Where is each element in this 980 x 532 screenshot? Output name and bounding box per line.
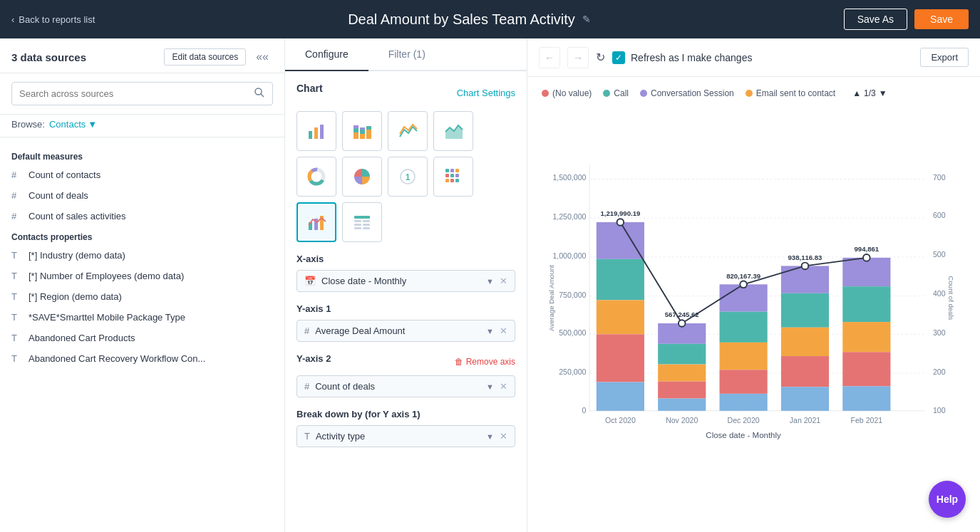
yaxis2-chevron-icon: ▼: [486, 382, 494, 391]
chart-type-donut[interactable]: [296, 157, 336, 197]
chart-type-stacked-bar[interactable]: [342, 111, 382, 151]
list-item-count-sales-activities[interactable]: # Count of sales activities: [0, 206, 284, 226]
undo-button[interactable]: ←: [539, 47, 560, 68]
search-button[interactable]: [247, 83, 272, 105]
svg-text:700: 700: [933, 173, 946, 182]
line-dot-feb: [863, 254, 870, 261]
tab-filter[interactable]: Filter (1): [368, 38, 445, 71]
svg-rect-8: [360, 134, 365, 139]
bar-jan-call: [781, 293, 829, 328]
xaxis-label: X-axis: [296, 254, 515, 264]
line-dot-dec: [740, 281, 747, 288]
bar-nov-email: [658, 365, 706, 382]
main-chart-svg: 0 250,000 500,000 750,000 1,000,000 1,25…: [542, 107, 966, 489]
yaxis1-dropdown[interactable]: # Average Deal Amount ▼ ✕: [296, 320, 515, 342]
breakdown-dropdown[interactable]: T Activity type ▼ ✕: [296, 425, 515, 447]
chart-type-table[interactable]: [342, 202, 382, 242]
browse-contacts-dropdown[interactable]: Contacts ▼: [49, 119, 97, 130]
save-button[interactable]: Save: [914, 9, 969, 29]
search-icon: [254, 87, 265, 98]
breakdown-close-icon[interactable]: ✕: [500, 431, 507, 442]
edit-data-sources-button[interactable]: Edit data sources: [164, 48, 246, 66]
bar-dec-call: [720, 312, 768, 343]
chart-type-pie[interactable]: [342, 157, 382, 197]
legend-item-call: Call: [603, 88, 629, 98]
chart-type-combo[interactable]: [296, 202, 336, 242]
redo-button[interactable]: →: [567, 47, 589, 68]
bar-oct-conv: [597, 222, 644, 259]
svg-rect-36: [354, 224, 361, 226]
edit-title-icon[interactable]: ✎: [582, 14, 591, 25]
legend-item-no-value: (No value): [542, 88, 592, 98]
legend-dot-no-value: [542, 90, 549, 97]
bar-oct-email: [597, 300, 644, 334]
tabs-row: Configure Filter (1): [285, 38, 527, 71]
chart-type-area[interactable]: [433, 111, 473, 151]
refresh-button[interactable]: ↻: [596, 51, 605, 64]
svg-rect-3: [314, 127, 318, 139]
xaxis-close-icon[interactable]: ✕: [500, 276, 507, 286]
list-item-region[interactable]: T [*] Region (demo data): [0, 286, 284, 307]
remove-axis-button[interactable]: 🗑 Remove axis: [455, 357, 515, 367]
yaxis2-section: Y-axis 2 🗑 Remove axis # Count of deals …: [296, 353, 515, 397]
list-item-count-contacts[interactable]: # Count of contacts: [0, 165, 284, 185]
xaxis-chevron-icon: ▼: [486, 277, 494, 286]
svg-rect-27: [445, 179, 449, 182]
chart-type-heatmap[interactable]: [433, 157, 473, 197]
back-button[interactable]: ‹ Back to reports list: [11, 14, 95, 25]
list-item-abandoned-cart-recovery[interactable]: T Abandoned Cart Recovery Workflow Con..…: [0, 348, 284, 369]
value-label-jan: 938,116.83: [788, 254, 822, 261]
yaxis1-section: Y-axis 1 # Average Deal Amount ▼ ✕: [296, 303, 515, 342]
calendar-icon: 📅: [304, 276, 316, 286]
search-area: [0, 73, 284, 115]
export-button[interactable]: Export: [920, 48, 969, 67]
back-label: Back to reports list: [19, 14, 95, 25]
chart-type-number[interactable]: 1: [388, 157, 428, 197]
pagination-down-icon[interactable]: ▼: [879, 88, 887, 98]
bar-feb-noval: [842, 352, 890, 386]
tab-configure[interactable]: Configure: [285, 38, 368, 71]
xaxis-value: Close date - Monthly: [321, 276, 480, 286]
browse-chevron-icon: ▼: [88, 119, 97, 130]
data-sources-label: 3 data sources: [11, 51, 86, 63]
save-as-button[interactable]: Save As: [844, 9, 907, 30]
list-item-abandoned-cart[interactable]: T Abandoned Cart Products: [0, 328, 284, 348]
pagination-area: ▲ 1/3 ▼: [852, 88, 887, 98]
svg-rect-4: [320, 125, 324, 139]
refresh-checkbox[interactable]: ✓ Refresh as I make changes: [612, 51, 752, 64]
legend-item-conversation: Conversation Session: [640, 88, 734, 98]
search-wrapper: [11, 82, 273, 105]
bar-feb-other: [842, 386, 890, 411]
svg-text:600: 600: [933, 211, 946, 219]
yaxis2-dropdown[interactable]: # Count of deals ▼ ✕: [296, 375, 515, 397]
svg-text:1,250,000: 1,250,000: [552, 212, 586, 221]
svg-rect-29: [455, 179, 459, 182]
svg-text:400: 400: [933, 289, 946, 298]
svg-text:500: 500: [933, 250, 946, 259]
list-item-industry[interactable]: T [*] Industry (demo data): [0, 245, 284, 266]
bar-jan-email: [781, 328, 829, 356]
x-label-feb: Feb 2021: [851, 416, 883, 424]
yaxis1-close-icon[interactable]: ✕: [500, 325, 507, 336]
svg-text:Count of deals: Count of deals: [947, 276, 955, 320]
bar-feb-email: [842, 322, 890, 352]
svg-text:250,000: 250,000: [559, 367, 586, 376]
list-item-num-employees[interactable]: T [*] Number of Employees (demo data): [0, 266, 284, 286]
pagination-label: 1/3: [864, 88, 876, 98]
chart-type-line[interactable]: [388, 111, 428, 151]
contacts-properties-title: Contacts properties: [0, 226, 284, 245]
value-label-nov: 567,245.62: [665, 311, 699, 318]
list-item-count-deals[interactable]: # Count of deals: [0, 185, 284, 206]
help-button[interactable]: Help: [929, 481, 966, 518]
topbar-actions: Save As Save: [844, 9, 969, 30]
collapse-panel-button[interactable]: ««: [252, 49, 273, 65]
search-input[interactable]: [12, 83, 247, 104]
yaxis1-chevron-icon: ▼: [486, 327, 494, 335]
yaxis2-close-icon[interactable]: ✕: [500, 381, 507, 392]
bar-feb-call: [842, 286, 890, 322]
breakdown-section: Break down by (for Y axis 1) T Activity …: [296, 409, 515, 447]
chart-settings-link[interactable]: Chart Settings: [457, 88, 515, 98]
chart-type-bar[interactable]: [296, 111, 336, 151]
xaxis-dropdown[interactable]: 📅 Close date - Monthly ▼ ✕: [296, 270, 515, 292]
list-item-smarttel[interactable]: T *SAVE*Smarttel Mobile Package Type: [0, 307, 284, 328]
